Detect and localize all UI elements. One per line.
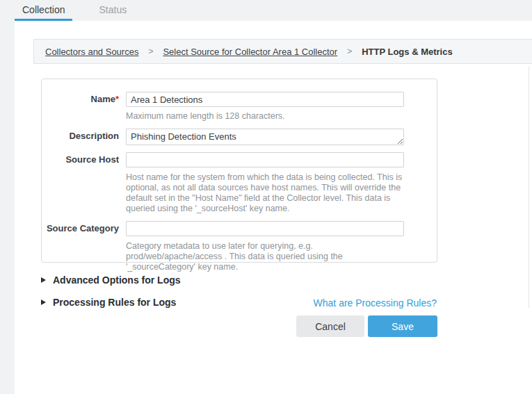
source-config-screen: Collection Status Collectors and Sources… [0,0,532,394]
cancel-button[interactable]: Cancel [296,315,364,337]
name-label: Name* [42,92,126,107]
form-actions: Cancel Save [296,315,437,337]
tab-collection-label: Collection [22,4,65,15]
source-form-panel: Name* Maximum name length is 128 charact… [41,79,437,263]
advanced-options-toggle[interactable]: Advanced Options for Logs [41,274,181,286]
tab-bar: Collection Status [0,0,532,21]
breadcrumb-separator: > [347,47,352,56]
triangle-right-icon [41,277,46,283]
source-category-input[interactable] [126,221,404,236]
tab-collection[interactable]: Collection [15,0,72,21]
processing-rules-label: Processing Rules for Logs [53,297,176,308]
tab-status-label: Status [99,4,127,15]
description-input[interactable]: Phishing Detection Events [126,129,404,145]
source-host-help-text: Host name for the system from which the … [126,172,404,214]
source-host-label: Source Host [42,152,126,167]
name-help-text: Maximum name length is 128 characters. [126,111,404,122]
source-category-help-text: Category metadata to use later for query… [126,241,404,272]
source-category-row: Source Category Category metadata to use… [42,221,437,272]
save-button[interactable]: Save [368,315,437,337]
source-category-label: Source Category [42,221,126,236]
content-right-border [529,66,529,308]
source-host-input[interactable] [126,152,404,167]
tab-status[interactable]: Status [91,0,134,21]
required-asterisk: * [115,94,119,104]
processing-rules-toggle[interactable]: Processing Rules for Logs [41,297,176,308]
advanced-options-label: Advanced Options for Logs [53,274,181,286]
name-row: Name* Maximum name length is 128 charact… [42,92,437,122]
breadcrumb-link-select-source[interactable]: Select Source for Collector Area 1 Colle… [163,47,337,57]
name-input[interactable] [126,92,404,107]
processing-rules-help-link[interactable]: What are Processing Rules? [314,297,437,309]
breadcrumb-current-page: HTTP Logs & Metrics [362,47,453,57]
description-label: Description [42,129,126,145]
source-host-row: Source Host Host name for the system fro… [42,152,437,214]
breadcrumb: Collectors and Sources > Select Source f… [33,39,532,64]
breadcrumb-separator: > [148,47,153,56]
description-row: Description Phishing Detection Events [42,129,437,145]
triangle-right-icon [41,299,46,305]
breadcrumb-link-collectors-and-sources[interactable]: Collectors and Sources [45,47,138,57]
